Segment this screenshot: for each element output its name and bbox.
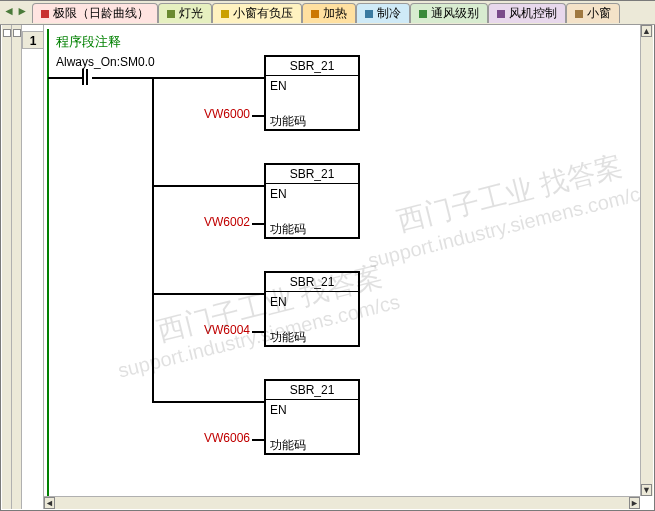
subroutine-block[interactable]: SBR_21EN功能码 [264, 379, 360, 455]
tab-label: 加热 [323, 6, 347, 20]
scroll-down-icon[interactable]: ▼ [641, 484, 652, 496]
scroll-up-icon[interactable]: ▲ [641, 25, 652, 37]
watermark: 西门子工业 找答案 [393, 148, 627, 241]
block-param-label: VW6004 [200, 323, 250, 337]
network-number-column: 1 [22, 25, 44, 509]
block-param-label: VW6002 [200, 215, 250, 229]
tab-label: 极限（日龄曲线） [53, 6, 149, 20]
vertical-scrollbar[interactable]: ▲ ▼ [640, 25, 653, 496]
tab-scroll-arrows: ◄ ► [0, 1, 28, 23]
wire [152, 293, 264, 295]
block-en-pin: EN [270, 187, 287, 201]
block-param-label: VW6000 [200, 107, 250, 121]
tab-label: 通风级别 [431, 6, 479, 20]
block-divider [266, 183, 358, 184]
network-number[interactable]: 1 [22, 31, 44, 49]
contact-label: Always_On:SM0.0 [56, 55, 155, 69]
block-fnc-pin: 功能码 [270, 437, 306, 454]
block-en-pin: EN [270, 403, 287, 417]
editor-window: ◄ ► 极限（日龄曲线）灯光小窗有负压加热制冷通风级别风机控制小窗 1 程序段注… [0, 0, 655, 511]
wire [152, 401, 264, 403]
wire [152, 77, 264, 79]
wire [252, 223, 264, 225]
block-divider [266, 399, 358, 400]
tab-0[interactable]: 极限（日龄曲线） [32, 3, 158, 23]
tab-color-icon [365, 10, 373, 18]
tab-color-icon [497, 10, 505, 18]
subroutine-block[interactable]: SBR_21EN功能码 [264, 271, 360, 347]
power-rail [47, 29, 49, 496]
ladder-canvas[interactable]: 程序段注释 Always_On:SM0.0 VW6000SBR_21EN功能码V… [44, 25, 640, 496]
gutter-marker-icon [13, 29, 21, 37]
tab-color-icon [221, 10, 229, 18]
tab-label: 小窗有负压 [233, 6, 293, 20]
block-divider [266, 75, 358, 76]
block-title: SBR_21 [266, 275, 358, 289]
tab-label: 灯光 [179, 6, 203, 20]
tab-label: 制冷 [377, 6, 401, 20]
block-fnc-pin: 功能码 [270, 221, 306, 238]
wire [252, 439, 264, 441]
block-fnc-pin: 功能码 [270, 113, 306, 130]
gutter-left [2, 25, 12, 509]
block-divider [266, 291, 358, 292]
block-en-pin: EN [270, 79, 287, 93]
wire [252, 115, 264, 117]
tab-1[interactable]: 灯光 [158, 3, 212, 23]
tab-3[interactable]: 加热 [302, 3, 356, 23]
wire [152, 77, 154, 401]
wire [152, 185, 264, 187]
subroutine-block[interactable]: SBR_21EN功能码 [264, 163, 360, 239]
block-title: SBR_21 [266, 167, 358, 181]
block-title: SBR_21 [266, 383, 358, 397]
tab-color-icon [167, 10, 175, 18]
segment-comment[interactable]: 程序段注释 [56, 33, 121, 51]
wire [48, 77, 82, 79]
tab-2[interactable]: 小窗有负压 [212, 3, 302, 23]
horizontal-scrollbar[interactable]: ◄ ► [44, 496, 640, 509]
scroll-right-icon[interactable]: ► [629, 497, 640, 509]
tab-color-icon [575, 10, 583, 18]
tab-scroll-left-icon[interactable]: ◄ [3, 3, 13, 19]
tab-5[interactable]: 通风级别 [410, 3, 488, 23]
scroll-left-icon[interactable]: ◄ [44, 497, 55, 509]
block-param-label: VW6006 [200, 431, 250, 445]
block-title: SBR_21 [266, 59, 358, 73]
tab-7[interactable]: 小窗 [566, 3, 620, 23]
wire [92, 77, 154, 79]
block-en-pin: EN [270, 295, 287, 309]
tab-label: 风机控制 [509, 6, 557, 20]
tab-6[interactable]: 风机控制 [488, 3, 566, 23]
tab-label: 小窗 [587, 6, 611, 20]
tab-color-icon [419, 10, 427, 18]
wire [252, 331, 264, 333]
tab-color-icon [41, 10, 49, 18]
tab-scroll-right-icon[interactable]: ► [16, 3, 26, 19]
tab-color-icon [311, 10, 319, 18]
watermark: support.industry.siemens.com/cs [366, 180, 640, 272]
block-fnc-pin: 功能码 [270, 329, 306, 346]
gutter-marker-icon [3, 29, 11, 37]
tab-bar: ◄ ► 极限（日龄曲线）灯光小窗有负压加热制冷通风级别风机控制小窗 [0, 1, 655, 25]
tab-4[interactable]: 制冷 [356, 3, 410, 23]
subroutine-block[interactable]: SBR_21EN功能码 [264, 55, 360, 131]
gutter-left-2 [12, 25, 22, 509]
contact-normally-open[interactable] [82, 69, 88, 85]
